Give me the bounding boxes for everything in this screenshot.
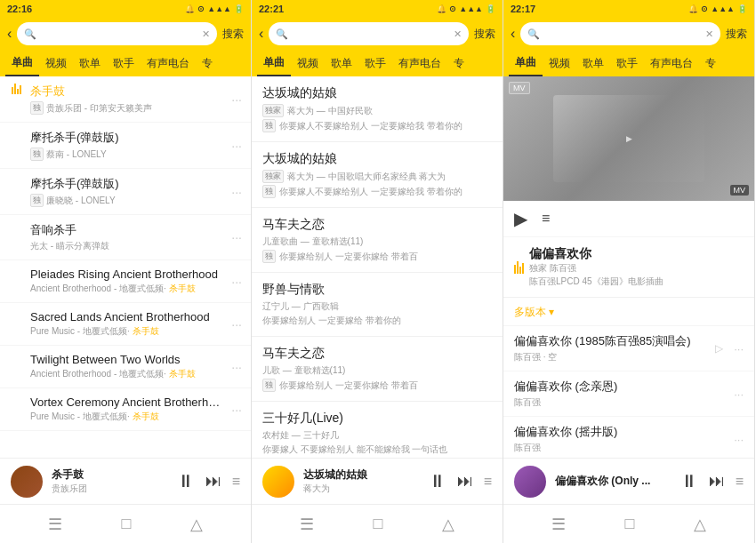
playlist-button-2[interactable]: ≡ xyxy=(484,474,492,490)
np-info-2: 达坂城的姑娘 蒋大为 xyxy=(303,467,420,495)
bottom-menu-3[interactable]: ☰ xyxy=(551,515,566,534)
back-button-3[interactable]: ‹ xyxy=(511,26,515,42)
tab-artist-3[interactable]: 歌手 xyxy=(610,50,644,76)
main-song-tag: 独家 xyxy=(529,262,547,275)
song-title-1-3: 摩托杀手(弹鼓版) xyxy=(30,176,224,192)
main-song-item[interactable]: 偏偏喜欢你 独家 陈百强 陈百强LPCD 45《港园》电影插曲 xyxy=(503,237,754,298)
tab-artist-1[interactable]: 歌手 xyxy=(107,50,141,76)
tab-single-3[interactable]: 单曲 xyxy=(509,50,543,76)
tab-more-1[interactable]: 专 xyxy=(196,50,219,76)
song-item-1-1[interactable]: 杀手鼓 独 贵族乐团 - 印第安天籁美声 ··· xyxy=(0,76,251,123)
pause-button-2[interactable]: ⏸ xyxy=(429,471,446,491)
more-3-1[interactable]: ··· xyxy=(734,342,744,355)
tab-radio-1[interactable]: 有声电台 xyxy=(141,50,196,76)
song-item-1-8[interactable]: Vortex Ceremony Ancient Brotherhood ... … xyxy=(0,388,251,431)
tab-playlist-3[interactable]: 歌单 xyxy=(576,50,610,76)
search-button-2[interactable]: 搜索 xyxy=(474,27,495,42)
song-item-1-6[interactable]: Sacred Lands Ancient Brotherhood Pure Mu… xyxy=(0,303,251,346)
bottom-home-2[interactable]: □ xyxy=(374,515,383,533)
version-label[interactable]: 多版本 ▾ xyxy=(503,298,754,326)
song-title-1-4: 音响杀手 xyxy=(30,222,224,238)
play-icon-3[interactable]: ▶ xyxy=(514,208,527,229)
play-controls-row: ▶ ≡ xyxy=(503,201,754,237)
status-bar-2: 22:21 🔔 ⊙ ▲▲▲ 🔋 xyxy=(252,0,503,18)
song-item-1-5[interactable]: Pleiades Rising Ancient Brotherhood Anci… xyxy=(0,260,251,303)
pause-button-3[interactable]: ⏸ xyxy=(680,471,698,491)
song-item-1-7[interactable]: Twilight Between Two Worlds Ancient Brot… xyxy=(0,346,251,388)
song-item-3-1[interactable]: 偏偏喜欢你 (1985陈百强85演唱会) 陈百强 · 空 ▷ ··· xyxy=(503,326,754,371)
song-item-3-3[interactable]: 偏偏喜欢你 (摇井版) 陈百强 ··· xyxy=(503,417,754,458)
content-3: ▶ MV MV ▶ ≡ 偏偏喜欢你 独家 xyxy=(503,76,754,458)
now-playing-3: 偏偏喜欢你 (Only ... ⏸ ⏭ ≡ xyxy=(503,458,754,504)
tab-video-1[interactable]: 视频 xyxy=(39,50,73,76)
result-item-2-1[interactable]: 达坂城的姑娘 独家 蒋大为 — 中国好民歌 独 你要嫁人不要嫁给别人 一定要嫁给… xyxy=(252,76,503,142)
tab-video-3[interactable]: 视频 xyxy=(543,50,576,76)
bottom-home-3[interactable]: □ xyxy=(625,515,635,533)
song-more-1-2[interactable]: ··· xyxy=(231,139,242,153)
search-input-2[interactable]: 如果你要嫁人 不要嫁给别人 xyxy=(292,29,450,39)
panel-1: 22:16 🔔 ⊙ ▲▲▲ 🔋 ‹ 🔍 杀手鼓 ✕ 搜索 单曲 视频 歌单 歌手… xyxy=(0,0,252,543)
np-artist-2: 蒋大为 xyxy=(303,483,420,495)
song-more-1-4[interactable]: ··· xyxy=(231,230,242,244)
result-item-2-3[interactable]: 马车夫之恋 儿童歌曲 — 童歌精选(11) 独 你要嫁给别人 一定要你嫁给 带着… xyxy=(252,208,503,273)
tab-playlist-1[interactable]: 歌单 xyxy=(73,50,107,76)
bottom-menu-1[interactable]: ☰ xyxy=(48,515,62,534)
panel-2: 22:21 🔔 ⊙ ▲▲▲ 🔋 ‹ 🔍 如果你要嫁人 不要嫁给别人 ✕ 搜索 单… xyxy=(252,0,503,543)
result-item-2-6[interactable]: 三十好几(Live) 农村娃 — 三十好几 你要嫁人 不要嫁给别人 能不能嫁给我… xyxy=(252,402,503,458)
clear-icon-2[interactable]: ✕ xyxy=(454,28,462,40)
np-info-3: 偏偏喜欢你 (Only ... xyxy=(555,474,672,489)
clear-icon-1[interactable]: ✕ xyxy=(202,28,210,40)
result-item-2-5[interactable]: 马车夫之恋 儿歌 — 童歌精选(11) 独 你要嫁给别人 一定要你嫁给 带着百 xyxy=(252,337,503,402)
song-more-1-6[interactable]: ··· xyxy=(231,317,242,331)
artist-link-1-5[interactable]: 杀手鼓 xyxy=(169,283,196,295)
pause-button-1[interactable]: ⏸ xyxy=(177,471,195,491)
next-button-3[interactable]: ⏭ xyxy=(709,472,725,491)
bottom-menu-2[interactable]: ☰ xyxy=(300,515,314,534)
tab-artist-2[interactable]: 歌手 xyxy=(358,50,392,76)
tab-more-2[interactable]: 专 xyxy=(447,50,470,76)
clear-icon-3[interactable]: ✕ xyxy=(705,28,713,40)
song-more-1-7[interactable]: ··· xyxy=(231,360,242,374)
search-input-1[interactable]: 杀手鼓 xyxy=(40,28,198,39)
time-1: 22:16 xyxy=(7,4,32,14)
bottom-back-3[interactable]: △ xyxy=(694,515,706,534)
list-icon-3[interactable]: ≡ xyxy=(542,211,550,227)
tab-single-2[interactable]: 单曲 xyxy=(257,50,291,76)
song-more-1-5[interactable]: ··· xyxy=(231,275,242,289)
tab-single-1[interactable]: 单曲 xyxy=(5,50,39,76)
np-title-2: 达坂城的姑娘 xyxy=(303,467,420,483)
song-more-1-1[interactable]: ··· xyxy=(231,92,242,107)
search-button-3[interactable]: 搜索 xyxy=(726,27,747,42)
song-more-1-8[interactable]: ··· xyxy=(231,403,242,417)
result-item-2-2[interactable]: 大坂城的姑娘 独家 蒋大为 — 中国歌唱大师名家经典 蒋大为 独 你要嫁人不要嫁… xyxy=(252,142,503,208)
song-item-3-2[interactable]: 偏偏喜欢你 (念亲恩) 陈百强 ··· xyxy=(503,371,754,417)
more-3-2[interactable]: ··· xyxy=(734,387,744,401)
result-meta-2-1: 独家 蒋大为 — 中国好民歌 xyxy=(262,104,492,117)
artist-link-1-8[interactable]: 杀手鼓 xyxy=(133,411,159,423)
mv-thumbnail[interactable]: ▶ MV MV xyxy=(503,76,754,201)
tab-radio-2[interactable]: 有声电台 xyxy=(392,50,447,76)
bottom-back-1[interactable]: △ xyxy=(190,515,203,534)
tab-more-3[interactable]: 专 xyxy=(699,50,722,76)
playlist-button-1[interactable]: ≡ xyxy=(232,474,240,490)
artist-link-1-6[interactable]: 杀手鼓 xyxy=(133,325,159,338)
song-more-1-3[interactable]: ··· xyxy=(231,185,242,199)
bottom-back-2[interactable]: △ xyxy=(442,515,454,534)
song-item-1-3[interactable]: 摩托杀手(弹鼓版) 独 廉晓晓 - LONELY ··· xyxy=(0,169,251,215)
song-item-1-4[interactable]: 音响杀手 光太 - 瞄示分离弹鼓 ··· xyxy=(0,215,251,260)
back-button-1[interactable]: ‹ xyxy=(7,26,12,42)
next-button-1[interactable]: ⏭ xyxy=(205,472,221,491)
more-3-3[interactable]: ··· xyxy=(734,433,744,446)
artist-link-1-7[interactable]: 杀手鼓 xyxy=(169,368,196,380)
playlist-button-3[interactable]: ≡ xyxy=(736,474,744,490)
tab-radio-3[interactable]: 有声电台 xyxy=(644,50,699,76)
tab-video-2[interactable]: 视频 xyxy=(291,50,325,76)
song-item-1-2[interactable]: 摩托杀手(弹鼓版) 独 蔡南 - LONELY ··· xyxy=(0,123,251,169)
tab-playlist-2[interactable]: 歌单 xyxy=(325,50,358,76)
back-button-2[interactable]: ‹ xyxy=(259,26,263,42)
bottom-home-1[interactable]: □ xyxy=(122,515,132,533)
search-button-1[interactable]: 搜索 xyxy=(222,27,244,42)
next-button-2[interactable]: ⏭ xyxy=(457,472,473,491)
result-item-2-4[interactable]: 野兽与情歌 辽宁儿 — 广西歌辑 你要嫁给别人 一定要嫁给 带着你的 xyxy=(252,273,503,337)
search-input-3[interactable]: 偏偏喜欢你 陈百强 xyxy=(543,29,702,39)
